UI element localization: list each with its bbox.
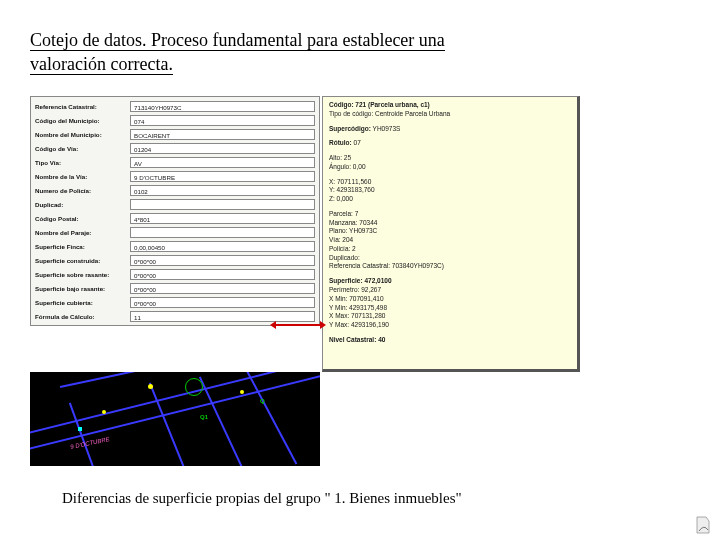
form-row: Referencia Catastral:713140YH0973C (31, 99, 319, 113)
form-label: Superficie sobre rasante: (35, 271, 130, 278)
info-policia: Policía: 2 (329, 245, 571, 254)
info-panel: Código: 721 (Parcela urbana, c1) Tipo de… (322, 96, 580, 372)
map-highlight-circle (185, 378, 203, 396)
info-super-label: Supercódigo: (329, 125, 371, 132)
info-nivel: Nivel Catastral: 40 (329, 336, 571, 345)
info-refcat: Referencia Catastral: 703840YH0973C) (329, 262, 571, 271)
info-super-val: YH0973S (373, 125, 401, 132)
form-label: Referencia Catastral: (35, 103, 130, 110)
form-row: Superficie construida:0*00*00 (31, 253, 319, 267)
page-turn-icon (696, 516, 710, 534)
form-row: Nombre del Paraje: (31, 225, 319, 239)
form-row: Superficie sobre rasante:0*00*00 (31, 267, 319, 281)
form-panel: Referencia Catastral:713140YH0973C Códig… (30, 96, 320, 326)
info-rotulo-label: Rótulo: (329, 139, 352, 146)
form-label: Superficie cubierta: (35, 299, 130, 306)
form-row: Nombre del Municipio:BOCAIRENT (31, 127, 319, 141)
form-input[interactable]: 4*801 (130, 213, 315, 224)
info-ymin: Y Min: 4293175,498 (329, 304, 571, 313)
info-manzana: Manzana: 70344 (329, 219, 571, 228)
info-z: Z: 0,000 (329, 195, 571, 204)
form-input[interactable]: BOCAIRENT (130, 129, 315, 140)
form-label: Nombre del Paraje: (35, 229, 130, 236)
form-row: Superficie Finca:0,00,00450 (31, 239, 319, 253)
info-via: Vía: 204 (329, 236, 571, 245)
form-label: Código del Municipio: (35, 117, 130, 124)
info-plano: Plano: YH0973C (329, 227, 571, 236)
info-header1: Código: 721 (Parcela urbana, c1) (329, 101, 571, 110)
form-input[interactable]: 0*00*00 (130, 297, 315, 308)
form-input[interactable]: 074 (130, 115, 315, 126)
form-label: Código de Vía: (35, 145, 130, 152)
form-input[interactable]: 0*00*00 (130, 255, 315, 266)
info-perimetro: Perímetro: 92,267 (329, 286, 571, 295)
form-input[interactable]: 0102 (130, 185, 315, 196)
info-rotulo-val: 07 (354, 139, 361, 146)
map-label-green: Q1 (200, 414, 208, 420)
form-label: Nombre del Municipio: (35, 131, 130, 138)
info-header2: Tipo de código: Centroide Parcela Urbana (329, 110, 571, 119)
arrow-right-icon (320, 321, 326, 329)
info-parcela: Parcela: 7 (329, 210, 571, 219)
form-label: Nombre de la Vía: (35, 173, 130, 180)
form-label: Superficie bajo rasante: (35, 285, 130, 292)
form-label: Superficie construida: (35, 257, 130, 264)
page-title: Cotejo de datos. Proceso fundamental par… (30, 28, 680, 77)
form-row: Código del Municipio:074 (31, 113, 319, 127)
info-duplicado: Duplicado: (329, 254, 571, 263)
form-input[interactable]: 0,00,00450 (130, 241, 315, 252)
content-area: Referencia Catastral:713140YH0973C Códig… (30, 96, 580, 466)
comparison-arrow (274, 324, 322, 326)
form-row: Tipo Vía:AV (31, 155, 319, 169)
info-xmin: X Min: 707091,410 (329, 295, 571, 304)
info-alto: Alto: 25 (329, 154, 571, 163)
form-row: Código de Vía:01204 (31, 141, 319, 155)
form-label: Fórmula de Cálculo: (35, 313, 130, 320)
info-x: X: 707111,560 (329, 178, 571, 187)
info-ymax: Y Max: 4293196,190 (329, 321, 571, 330)
cad-map: Q1 Q 9 D'OCTUBRE (30, 372, 320, 466)
form-label: Tipo Vía: (35, 159, 130, 166)
form-input[interactable]: 0*00*00 (130, 283, 315, 294)
form-label: Superficie Finca: (35, 243, 130, 250)
form-row: Superficie bajo rasante:0*00*00 (31, 281, 319, 295)
form-label: Numero de Policía: (35, 187, 130, 194)
form-label: Duplicad: (35, 201, 130, 208)
form-row: Superficie cubierta:0*00*00 (31, 295, 319, 309)
form-input[interactable] (130, 199, 315, 210)
arrow-left-icon (270, 321, 276, 329)
form-input[interactable] (130, 227, 315, 238)
form-row: Nombre de la Vía:9 D'OCTUBRE (31, 169, 319, 183)
form-label: Código Postal: (35, 215, 130, 222)
title-line2: valoración correcta. (30, 54, 173, 75)
title-line1: Cotejo de datos. Proceso fundamental par… (30, 30, 445, 51)
form-input[interactable]: 713140YH0973C (130, 101, 315, 112)
form-row: Numero de Policía:0102 (31, 183, 319, 197)
map-label-green2: Q (260, 398, 265, 404)
form-input[interactable]: 0*00*00 (130, 269, 315, 280)
map-marker-icon (78, 427, 82, 431)
caption: Diferencias de superficie propias del gr… (62, 490, 462, 507)
info-xmax: X Max: 707131,280 (329, 312, 571, 321)
form-input[interactable]: 11 (130, 311, 315, 322)
form-input[interactable]: 9 D'OCTUBRE (130, 171, 315, 182)
info-y: Y: 4293183,760 (329, 186, 571, 195)
form-row: Duplicad: (31, 197, 319, 211)
info-superficie: Superficie: 472,0100 (329, 277, 571, 286)
form-input[interactable]: 01204 (130, 143, 315, 154)
form-row: Código Postal:4*801 (31, 211, 319, 225)
form-input[interactable]: AV (130, 157, 315, 168)
info-angulo: Ángulo: 0,00 (329, 163, 571, 172)
map-street-label: 9 D'OCTUBRE (70, 436, 110, 450)
